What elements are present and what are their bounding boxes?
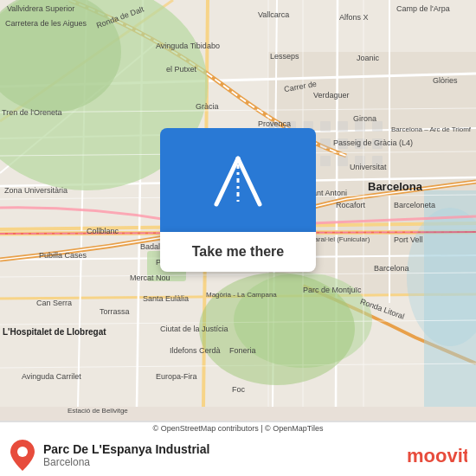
overlay-card: Take me there <box>160 128 316 272</box>
attribution-text: © OpenStreetMap contributors | © OpenMap… <box>0 421 476 434</box>
svg-rect-26 <box>338 121 348 132</box>
moovit-logo: moovit <box>407 443 467 467</box>
location-bar: Parc De L'Espanya Industrial Barcelona m… <box>0 434 476 476</box>
svg-line-54 <box>238 158 260 204</box>
svg-line-53 <box>216 158 238 204</box>
bottom-bar: © OpenStreetMap contributors | © OpenMap… <box>0 421 476 476</box>
svg-rect-38 <box>372 121 383 132</box>
location-name: Parc De L'Espanya Industrial <box>43 442 400 456</box>
svg-text:moovit: moovit <box>407 445 467 466</box>
svg-rect-25 <box>320 121 331 132</box>
moovit-logo-svg: moovit <box>407 443 467 467</box>
svg-point-52 <box>199 273 355 385</box>
moovit-pin-icon <box>10 440 35 471</box>
svg-rect-40 <box>372 138 383 149</box>
road-icon <box>203 145 273 215</box>
svg-rect-42 <box>372 156 383 166</box>
map-container: Vallvidrera Superior Carretera de les Ai… <box>0 0 476 476</box>
card-icon-box <box>160 128 316 232</box>
svg-point-58 <box>17 447 28 457</box>
take-me-there-button[interactable]: Take me there <box>160 232 316 272</box>
svg-rect-31 <box>338 138 348 149</box>
location-text: Parc De L'Espanya Industrial Barcelona <box>43 442 400 468</box>
location-icon-wrap <box>9 441 36 469</box>
svg-rect-36 <box>338 156 348 166</box>
svg-rect-30 <box>320 138 331 149</box>
label-estacio: Estació de Bellvitge <box>68 407 128 415</box>
location-city: Barcelona <box>43 456 400 468</box>
svg-rect-35 <box>320 156 331 166</box>
